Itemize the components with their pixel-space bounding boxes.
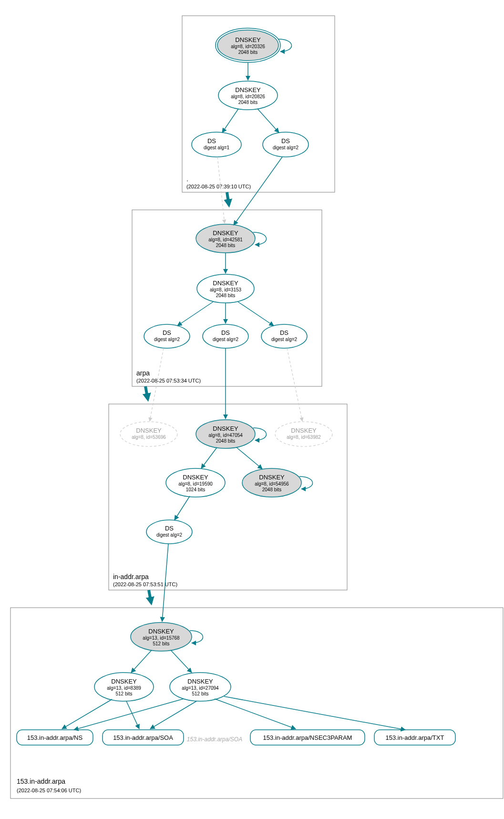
zone-leaf-time: (2022-08-25 07:54:06 UTC) <box>17 788 81 793</box>
svg-text:2048 bits: 2048 bits <box>216 243 236 248</box>
node-in-ds: DS digest alg=2 <box>146 520 192 544</box>
edge <box>287 348 302 421</box>
svg-text:alg=8, id=19590: alg=8, id=19590 <box>178 481 213 487</box>
zone-root-label: . <box>186 175 188 183</box>
svg-text:153.in-addr.arpa/NSEC3PARAM: 153.in-addr.arpa/NSEC3PARAM <box>263 734 352 741</box>
svg-text:DNSKEY: DNSKEY <box>259 474 285 481</box>
svg-text:512 bits: 512 bits <box>115 691 132 696</box>
node-in-dim-r: DNSKEY alg=8, id=63982 <box>275 422 332 446</box>
svg-text:DNSKEY: DNSKEY <box>213 280 238 287</box>
node-in-dim-l: DNSKEY alg=8, id=53696 <box>120 422 177 446</box>
node-in-ksk: DNSKEY alg=8, id=47054 2048 bits <box>196 420 255 448</box>
node-arpa-ds-c: DS digest alg=2 <box>203 324 248 348</box>
svg-text:digest alg=2: digest alg=2 <box>273 145 299 150</box>
zone-root-time: (2022-08-25 07:39:10 UTC) <box>186 184 251 189</box>
edge <box>215 699 296 729</box>
zone-leaf-box <box>10 608 503 798</box>
svg-text:153.in-addr.arpa/NS: 153.in-addr.arpa/NS <box>27 734 83 741</box>
svg-text:512 bits: 512 bits <box>153 641 169 646</box>
svg-point-16 <box>263 132 309 157</box>
svg-text:alg=8, id=20326: alg=8, id=20326 <box>231 44 265 49</box>
node-root-zsk: DNSKEY alg=8, id=20826 2048 bits <box>218 81 278 110</box>
svg-text:1024 bits: 1024 bits <box>186 487 206 492</box>
svg-point-54 <box>146 520 192 544</box>
svg-text:153.in-addr.arpa/TXT: 153.in-addr.arpa/TXT <box>386 734 444 741</box>
svg-text:DNSKEY: DNSKEY <box>136 427 162 434</box>
zone-arpa-label: arpa <box>136 369 150 377</box>
edge <box>257 109 279 133</box>
edge <box>150 701 196 729</box>
node-leaf-zsk1: DNSKEY alg=13, id=8389 512 bits <box>94 673 154 701</box>
edge <box>150 348 164 421</box>
delegation-arrow <box>227 192 229 205</box>
svg-text:DS: DS <box>207 137 216 145</box>
svg-text:DNSKEY: DNSKEY <box>148 628 174 635</box>
edge <box>222 109 238 133</box>
rrset-soa: 153.in-addr.arpa/SOA <box>103 730 184 745</box>
node-leaf-ksk: DNSKEY alg=13, id=15768 512 bits <box>131 622 192 651</box>
svg-text:DNSKEY: DNSKEY <box>291 427 317 434</box>
svg-text:DNSKEY: DNSKEY <box>213 425 238 432</box>
svg-text:alg=8, id=20826: alg=8, id=20826 <box>231 94 265 99</box>
svg-text:DS: DS <box>281 137 290 145</box>
svg-point-33 <box>261 324 307 348</box>
svg-text:digest alg=2: digest alg=2 <box>271 337 298 342</box>
delegation-arrow <box>149 590 151 603</box>
zone-inaddr-label: in-addr.arpa <box>113 573 149 581</box>
zone-arpa-time: (2022-08-25 07:53:34 UTC) <box>136 378 201 384</box>
svg-text:2048 bits: 2048 bits <box>216 293 236 298</box>
svg-text:digest alg=2: digest alg=2 <box>156 532 183 538</box>
svg-text:alg=13, id=15768: alg=13, id=15768 <box>143 635 180 641</box>
node-root-ds1: DS digest alg=1 <box>5 5 241 157</box>
svg-text:digest alg=1: digest alg=1 <box>204 145 230 150</box>
zone-inaddr-time: (2022-08-25 07:53:51 UTC) <box>113 581 177 587</box>
edge <box>175 496 190 520</box>
node-leaf-zsk2: DNSKEY alg=13, id=27094 512 bits <box>170 673 231 701</box>
edge <box>131 650 152 673</box>
rrset-txt: 153.in-addr.arpa/TXT <box>374 730 455 745</box>
edge <box>74 699 184 730</box>
svg-text:DNSKEY: DNSKEY <box>213 229 238 237</box>
svg-text:DS: DS <box>280 329 288 336</box>
svg-text:DS: DS <box>163 329 171 336</box>
svg-text:DS: DS <box>221 329 230 336</box>
svg-text:alg=8, id=3153: alg=8, id=3153 <box>210 287 242 292</box>
svg-text:2048 bits: 2048 bits <box>238 50 258 55</box>
node-root-ds2: DS digest alg=2 <box>263 132 309 157</box>
svg-text:alg=8, id=54956: alg=8, id=54956 <box>255 481 289 487</box>
edge <box>237 301 274 326</box>
edge <box>234 157 282 225</box>
svg-point-36 <box>120 422 177 446</box>
edge <box>237 447 262 469</box>
svg-text:153.in-addr.arpa/SOA: 153.in-addr.arpa/SOA <box>187 736 242 743</box>
rrset-nsec3param: 153.in-addr.arpa/NSEC3PARAM <box>250 730 365 745</box>
svg-text:alg=8, id=47054: alg=8, id=47054 <box>208 433 243 438</box>
edge <box>224 696 405 730</box>
node-root-ksk: DNSKEY alg=8, id=20326 2048 bits <box>216 28 280 62</box>
svg-text:alg=8, id=42581: alg=8, id=42581 <box>208 237 243 242</box>
node-arpa-zsk: DNSKEY alg=8, id=3153 2048 bits <box>197 274 254 303</box>
svg-point-30 <box>203 324 248 348</box>
svg-text:DNSKEY: DNSKEY <box>111 678 137 685</box>
svg-text:DNSKEY: DNSKEY <box>235 86 261 93</box>
svg-text:512 bits: 512 bits <box>192 691 208 696</box>
svg-text:2048 bits: 2048 bits <box>216 438 236 444</box>
delegation-arrow <box>145 386 148 399</box>
svg-text:digest alg=2: digest alg=2 <box>154 337 180 342</box>
svg-text:DNSKEY: DNSKEY <box>187 678 213 685</box>
node-arpa-ds-l: DS digest alg=2 <box>144 324 190 348</box>
svg-text:alg=8, id=53696: alg=8, id=53696 <box>132 435 166 440</box>
rrset-ns: 153.in-addr.arpa/NS <box>17 730 93 745</box>
edge <box>62 699 112 729</box>
svg-point-27 <box>144 324 190 348</box>
node-in-grey2: DNSKEY alg=8, id=54956 2048 bits <box>242 468 301 497</box>
svg-text:DNSKEY: DNSKEY <box>235 36 261 43</box>
svg-text:digest alg=2: digest alg=2 <box>213 337 239 342</box>
svg-text:alg=8, id=63982: alg=8, id=63982 <box>287 435 321 440</box>
rrset-soa-error: 153.in-addr.arpa/SOA <box>5 5 242 743</box>
svg-text:2048 bits: 2048 bits <box>238 100 258 105</box>
svg-text:alg=13, id=8389: alg=13, id=8389 <box>107 685 141 691</box>
node-arpa-ksk: DNSKEY alg=8, id=42581 2048 bits <box>196 224 255 253</box>
zone-leaf-label: 153.in-addr.arpa <box>17 778 65 785</box>
edge <box>177 301 214 326</box>
